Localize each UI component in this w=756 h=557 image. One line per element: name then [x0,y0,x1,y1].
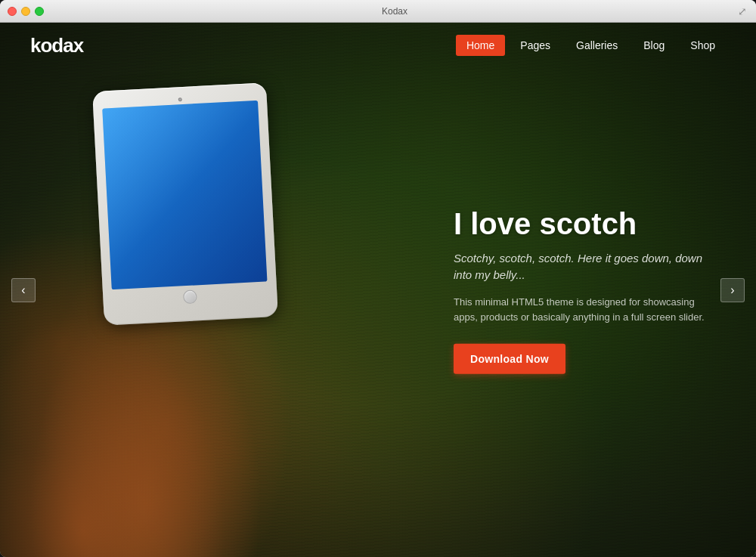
slider-next-button[interactable]: › [720,278,745,302]
browser-titlebar: Kodax ⤢ [0,0,756,23]
logo[interactable]: kodax [30,34,83,57]
nav-link-home[interactable]: Home [456,35,505,56]
hero-description: This minimal HTML5 theme is designed for… [454,294,711,326]
tablet-home-button [183,289,197,304]
nav-item-galleries: Galleries [565,35,628,56]
browser-buttons [8,7,44,16]
nav-link-galleries[interactable]: Galleries [565,35,628,56]
nav-item-shop: Shop [680,35,726,56]
nav-link-blog[interactable]: Blog [633,35,675,56]
tablet-device [92,82,278,326]
download-button[interactable]: Download Now [454,344,565,374]
hero-subtitle: Scotchy, scotch, scotch. Here it goes do… [454,249,711,283]
browser-window: Kodax ⤢ kodax Ho [0,0,756,557]
nav-link-shop[interactable]: Shop [680,35,726,56]
nav-menu: Home Pages Galleries Blog Shop [456,35,726,56]
website-content: kodax Home Pages Galleries Blog Shop [0,23,756,557]
hero-title: I love scotch [454,206,711,240]
hero-content: I love scotch Scotchy, scotch, scotch. H… [454,206,711,374]
close-button[interactable] [8,7,17,16]
navigation: kodax Home Pages Galleries Blog Shop [0,23,756,68]
expand-icon[interactable]: ⤢ [736,5,748,17]
tablet-body [92,82,278,326]
nav-item-pages: Pages [510,35,561,56]
nav-link-pages[interactable]: Pages [510,35,561,56]
tablet-camera [178,97,181,101]
nav-item-home: Home [456,35,505,56]
minimize-button[interactable] [21,7,30,16]
browser-title: Kodax [53,6,736,17]
nav-item-blog: Blog [633,35,675,56]
tablet-screen [102,101,267,289]
slider-prev-button[interactable]: ‹ [11,278,36,302]
maximize-button[interactable] [35,7,44,16]
